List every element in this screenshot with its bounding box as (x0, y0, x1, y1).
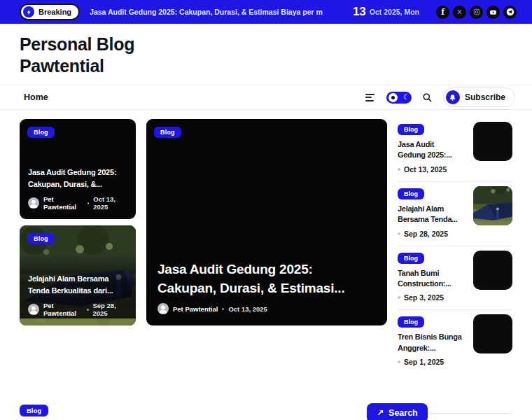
post-date-row: Sep 3, 2025 (398, 293, 469, 302)
nav-home-link[interactable]: Home (24, 92, 48, 102)
category-badge[interactable]: Blog (398, 253, 424, 264)
post-card-tenda[interactable]: Blog Jelajahi Alam Bersama Tenda Berkual… (20, 225, 136, 326)
moon-icon: ☾ (403, 94, 410, 101)
site-title-line1: Personal Blog (20, 34, 512, 55)
search-widget: ↗ Search Search (367, 403, 512, 420)
menu-icon[interactable] (364, 92, 376, 104)
date-dot (398, 296, 400, 299)
post-date-row: Oct 13, 2025 (398, 165, 469, 174)
post-title[interactable]: Tren Bisnis Bunga Anggrek:... (398, 332, 469, 354)
post-title[interactable]: Tanah Bumi Construction:... (398, 268, 469, 290)
post-title-line2: Cakupan, Durasi, &... (28, 178, 127, 190)
author-name[interactable]: Pet Pawtential (43, 302, 83, 317)
left-post-column: Blog Jasa Audit Gedung 2025: Cakupan, Du… (20, 119, 136, 374)
subscribe-button[interactable]: Subscribe (443, 88, 515, 107)
category-badge[interactable]: Blog (27, 127, 55, 138)
search-icon[interactable] (422, 92, 433, 103)
social-links: f X (436, 6, 517, 19)
date-dot (398, 360, 400, 363)
post-title-line1: Jasa Audit Gedung 2025: (28, 167, 127, 178)
date-day: 13 (353, 5, 366, 19)
post-date: Sep 28, 2025 (404, 230, 448, 238)
post-date: Oct 13, 2025 (228, 305, 267, 313)
post-meta: Pet Pawtential Oct 13, 2025 (158, 303, 376, 314)
card-content: Jasa Audit Gedung 2025: Cakupan, Durasi,… (146, 239, 387, 317)
current-date: 13 Oct 2025, Mon (353, 5, 419, 19)
post-thumbnail[interactable] (473, 314, 512, 354)
category-badge[interactable]: Blog (398, 316, 424, 328)
sidebar-post-item[interactable]: Blog Jelajahi Alam Bersama Tenda... Sep … (398, 182, 512, 246)
post-date: Sep 3, 2025 (404, 293, 444, 302)
post-title-line2: Tenda Berkualitas dari... (28, 285, 127, 297)
bell-icon (446, 90, 460, 104)
x-twitter-icon[interactable]: X (453, 6, 466, 19)
meta-dot (88, 202, 90, 204)
site-title[interactable]: Personal Blog Pawtential (20, 34, 512, 77)
post-meta: Pet Pawtential Oct 13, 2025 (28, 195, 127, 211)
arrow-up-right-icon: ↗ (377, 408, 384, 418)
featured-title-line2: Cakupan, Durasi, & Estimasi... (158, 279, 376, 298)
author-name[interactable]: Pet Pawtential (173, 305, 218, 313)
site-title-line2: Pawtential (20, 55, 512, 77)
sidebar-post-item[interactable]: Blog Tren Bisnis Bunga Anggrek:... Sep 1… (398, 310, 512, 374)
site-header: Personal Blog Pawtential (0, 24, 532, 85)
featured-post-card[interactable]: Blog Jasa Audit Gedung 2025: Cakupan, Du… (146, 119, 387, 326)
search-widget-header: ↗ Search (367, 403, 512, 420)
youtube-icon[interactable] (486, 6, 500, 19)
category-badge[interactable]: Blog (398, 124, 424, 135)
breaking-badge: Breaking (20, 4, 80, 20)
featured-post-title[interactable]: Jasa Audit Gedung 2025: Cakupan, Durasi,… (158, 260, 376, 298)
card-content: Jelajahi Alam Bersama Tenda Berkualitas … (20, 255, 136, 318)
widget-divider-line (428, 413, 512, 414)
post-thumbnail[interactable] (473, 251, 512, 290)
sidebar-post-text: Blog Jasa Audit Gedung 2025:... Oct 13, … (398, 122, 469, 174)
featured-title-line1: Jasa Audit Gedung 2025: (158, 260, 376, 279)
post-thumbnail[interactable] (473, 186, 512, 225)
category-badge[interactable]: Blog (154, 127, 181, 138)
meta-dot (222, 308, 224, 310)
post-title-line1: Jelajahi Alam Bersama (28, 273, 127, 285)
post-date-row: Sep 28, 2025 (398, 230, 469, 238)
post-thumbnail[interactable] (473, 122, 512, 161)
author-name[interactable]: Pet Pawtential (43, 195, 83, 211)
post-title[interactable]: Jasa Audit Gedung 2025:... (398, 139, 469, 161)
article-preview: Blog Jasa Audit Gedung 2025: Cakupan, Du… (20, 403, 355, 420)
breaking-label: Breaking (38, 8, 71, 16)
meta-dot (87, 309, 89, 311)
category-badge[interactable]: Blog (398, 188, 424, 200)
post-card-audit[interactable]: Blog Jasa Audit Gedung 2025: Cakupan, Du… (20, 119, 136, 219)
post-title[interactable]: Jasa Audit Gedung 2025: Cakupan, Durasi,… (28, 167, 127, 190)
card-content: Jasa Audit Gedung 2025: Cakupan, Durasi,… (20, 148, 136, 212)
sun-icon (388, 93, 398, 102)
post-title[interactable]: Jelajahi Alam Bersama Tenda Berkualitas … (28, 273, 127, 297)
post-date-row: Sep 1, 2025 (398, 358, 469, 366)
category-badge[interactable]: Blog (20, 405, 48, 416)
facebook-icon[interactable]: f (436, 6, 449, 19)
news-ticker[interactable]: Jasa Audit Gedung 2025: Cakupan, Durasi,… (90, 8, 323, 16)
sidebar-post-item[interactable]: Blog Jasa Audit Gedung 2025:... Oct 13, … (398, 119, 512, 182)
sidebar-post-item[interactable]: Blog Tanah Bumi Construction:... Sep 3, … (398, 246, 512, 311)
subscribe-label: Subscribe (465, 92, 505, 102)
sidebar-post-text: Blog Tanah Bumi Construction:... Sep 3, … (398, 251, 469, 302)
breaking-news-bar: Breaking Jasa Audit Gedung 2025: Cakupan… (0, 0, 532, 24)
category-badge[interactable]: Blog (27, 233, 55, 244)
telegram-icon[interactable] (503, 6, 517, 19)
sidebar-post-text: Blog Tren Bisnis Bunga Anggrek:... Sep 1… (398, 314, 469, 366)
recent-posts-sidebar: Blog Jasa Audit Gedung 2025:... Oct 13, … (398, 119, 512, 374)
sidebar-post-text: Blog Jelajahi Alam Bersama Tenda... Sep … (398, 186, 469, 238)
post-date: Sep 1, 2025 (404, 358, 444, 366)
author-avatar (28, 304, 39, 315)
date-dot (398, 232, 400, 235)
latest-article-section: Blog Jasa Audit Gedung 2025: Cakupan, Du… (20, 403, 512, 420)
search-widget-title-label: Search (388, 408, 418, 418)
date-rest: Oct 2025, Mon (370, 8, 419, 16)
post-date: Oct 13, 2025 (93, 195, 127, 211)
post-meta: Pet Pawtential Sep 28, 2025 (28, 302, 127, 317)
dark-mode-toggle[interactable]: ☾ (386, 92, 412, 104)
author-avatar (158, 303, 169, 314)
search-widget-title: ↗ Search (367, 403, 428, 420)
instagram-icon[interactable] (470, 6, 483, 19)
post-title[interactable]: Jelajahi Alam Bersama Tenda... (398, 204, 469, 225)
post-date: Sep 28, 2025 (93, 302, 128, 317)
post-date: Oct 13, 2025 (404, 165, 447, 174)
